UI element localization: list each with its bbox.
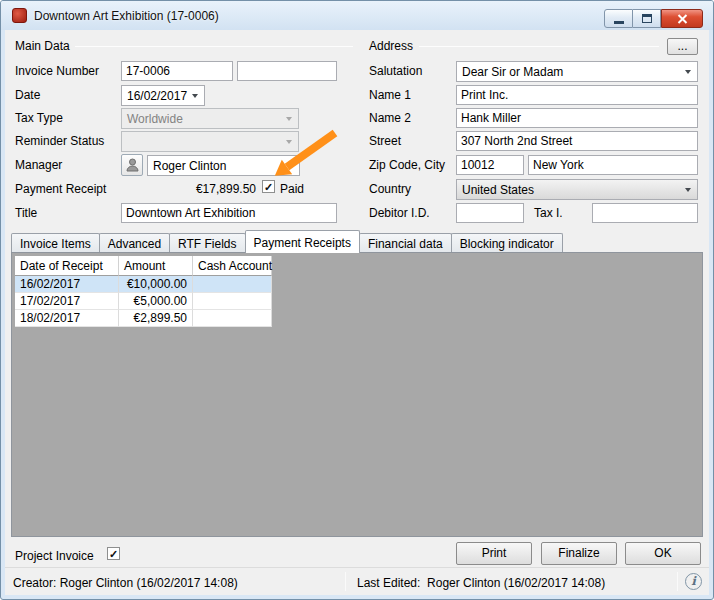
- payment-receipt-amount: €17,899.50: [151, 182, 256, 196]
- street-input[interactable]: [456, 131, 698, 151]
- status-divider: [345, 572, 346, 591]
- cell-amount[interactable]: €10,000.00: [119, 276, 193, 293]
- invoice-window: Downtown Art Exhibition (17-0006) Main D…: [0, 0, 714, 600]
- zip-city-label: Zip Code, City: [369, 158, 445, 172]
- cell-date[interactable]: 16/02/2017: [15, 276, 119, 293]
- name2-input[interactable]: [456, 108, 698, 128]
- status-divider: [677, 572, 678, 591]
- app-icon: [12, 8, 27, 23]
- close-button[interactable]: [661, 9, 703, 28]
- main-data-group-label: Main Data: [15, 39, 70, 53]
- project-invoice-checkbox[interactable]: ✓: [107, 547, 120, 560]
- print-button[interactable]: Print: [456, 542, 532, 565]
- close-icon: [677, 14, 688, 24]
- name1-label: Name 1: [369, 88, 411, 102]
- name1-input[interactable]: [456, 85, 698, 105]
- minimize-button[interactable]: [604, 9, 633, 28]
- tax-id-input[interactable]: [592, 203, 698, 223]
- country-label: Country: [369, 182, 411, 196]
- caption-buttons: [604, 9, 703, 28]
- salutation-label: Salutation: [369, 64, 422, 78]
- chevron-down-icon: [287, 164, 293, 168]
- project-invoice-label: Project Invoice: [15, 549, 94, 563]
- paid-checkbox[interactable]: ✓: [262, 180, 275, 193]
- invoice-number-secondary-input[interactable]: [237, 61, 337, 81]
- receipts-table: Date of Receipt Amount Cash Account 16/0…: [15, 256, 272, 327]
- window-title: Downtown Art Exhibition (17-0006): [34, 9, 219, 23]
- tab-blocking-indicator[interactable]: Blocking indicator: [451, 233, 563, 252]
- manager-dropdown[interactable]: Roger Clinton: [147, 155, 300, 176]
- chevron-down-icon: [286, 117, 292, 121]
- cell-amount[interactable]: €2,899.50: [119, 310, 193, 327]
- last-edited-status-text: Last Edited: Roger Clinton (16/02/2017 1…: [357, 576, 605, 590]
- maximize-icon: [642, 14, 652, 23]
- check-icon: ✓: [264, 181, 273, 193]
- chevron-down-icon: [685, 188, 691, 192]
- city-input[interactable]: [528, 155, 698, 175]
- tax-type-label: Tax Type: [15, 111, 63, 125]
- cell-cash-account[interactable]: [193, 310, 272, 327]
- status-bar: Creator: Roger Clinton (16/02/2017 14:08…: [5, 567, 709, 595]
- chevron-down-icon: [685, 70, 691, 74]
- address-more-button[interactable]: ...: [667, 38, 698, 55]
- invoice-number-label: Invoice Number: [15, 64, 99, 78]
- country-dropdown[interactable]: United States: [456, 179, 698, 200]
- cell-amount[interactable]: €5,000.00: [119, 293, 193, 310]
- check-icon: ✓: [109, 548, 118, 560]
- table-row[interactable]: 18/02/2017 €2,899.50: [15, 310, 272, 327]
- tab-payment-receipts[interactable]: Payment Receipts: [245, 230, 360, 253]
- table-row[interactable]: 17/02/2017 €5,000.00: [15, 293, 272, 310]
- title-label: Title: [15, 206, 37, 220]
- table-row[interactable]: 16/02/2017 €10,000.00: [15, 276, 272, 293]
- tax-type-value: Worldwide: [127, 112, 183, 126]
- debitor-id-label: Debitor I.D.: [369, 206, 430, 220]
- minimize-icon: [614, 21, 624, 24]
- main-data-group-line: [75, 46, 353, 47]
- cell-cash-account[interactable]: [193, 293, 272, 310]
- payment-receipts-panel: Date of Receipt Amount Cash Account 16/0…: [11, 252, 703, 537]
- payment-receipt-label: Payment Receipt: [15, 182, 106, 196]
- manager-picker-button[interactable]: [121, 154, 143, 176]
- salutation-value: Dear Sir or Madam: [462, 65, 563, 79]
- column-header-amount[interactable]: Amount: [119, 256, 193, 276]
- tab-advanced[interactable]: Advanced: [99, 233, 170, 252]
- chevron-down-icon: [192, 94, 198, 98]
- zip-input[interactable]: [456, 155, 524, 175]
- salutation-dropdown[interactable]: Dear Sir or Madam: [456, 61, 698, 82]
- country-value: United States: [462, 183, 534, 197]
- finalize-button[interactable]: Finalize: [541, 542, 617, 565]
- chevron-down-icon: [286, 140, 292, 144]
- reminder-status-label: Reminder Status: [15, 134, 104, 148]
- title-input[interactable]: [121, 203, 337, 223]
- address-group-label: Address: [369, 39, 413, 53]
- tab-invoice-items[interactable]: Invoice Items: [11, 233, 100, 252]
- address-group-line: [419, 46, 659, 47]
- date-label: Date: [15, 88, 40, 102]
- date-value: 16/02/2017: [127, 89, 187, 103]
- receipts-table-header: Date of Receipt Amount Cash Account: [15, 256, 272, 276]
- cell-date[interactable]: 17/02/2017: [15, 293, 119, 310]
- invoice-number-input[interactable]: [121, 61, 233, 81]
- street-label: Street: [369, 134, 401, 148]
- tab-rtf-fields[interactable]: RTF Fields: [169, 233, 245, 252]
- cell-date[interactable]: 18/02/2017: [15, 310, 119, 327]
- manager-value: Roger Clinton: [153, 159, 226, 173]
- person-icon: [126, 158, 139, 172]
- info-icon[interactable]: i: [685, 573, 702, 590]
- date-dropdown[interactable]: 16/02/2017: [121, 85, 205, 106]
- debitor-id-input[interactable]: [456, 203, 524, 223]
- column-header-date[interactable]: Date of Receipt: [15, 256, 119, 276]
- tax-id-label: Tax I.: [534, 206, 563, 220]
- tab-strip: Invoice Items Advanced RTF Fields Paymen…: [11, 230, 563, 252]
- ok-button[interactable]: OK: [625, 542, 701, 565]
- name2-label: Name 2: [369, 111, 411, 125]
- tax-type-dropdown: Worldwide: [121, 108, 299, 129]
- creator-status-text: Creator: Roger Clinton (16/02/2017 14:08…: [13, 576, 238, 590]
- reminder-status-dropdown: [121, 131, 299, 152]
- cell-cash-account[interactable]: [193, 276, 272, 293]
- paid-checkbox-label: Paid: [280, 182, 304, 196]
- manager-label: Manager: [15, 158, 62, 172]
- maximize-button[interactable]: [633, 9, 661, 28]
- tab-financial-data[interactable]: Financial data: [359, 233, 452, 252]
- column-header-cash-account[interactable]: Cash Account: [193, 256, 272, 276]
